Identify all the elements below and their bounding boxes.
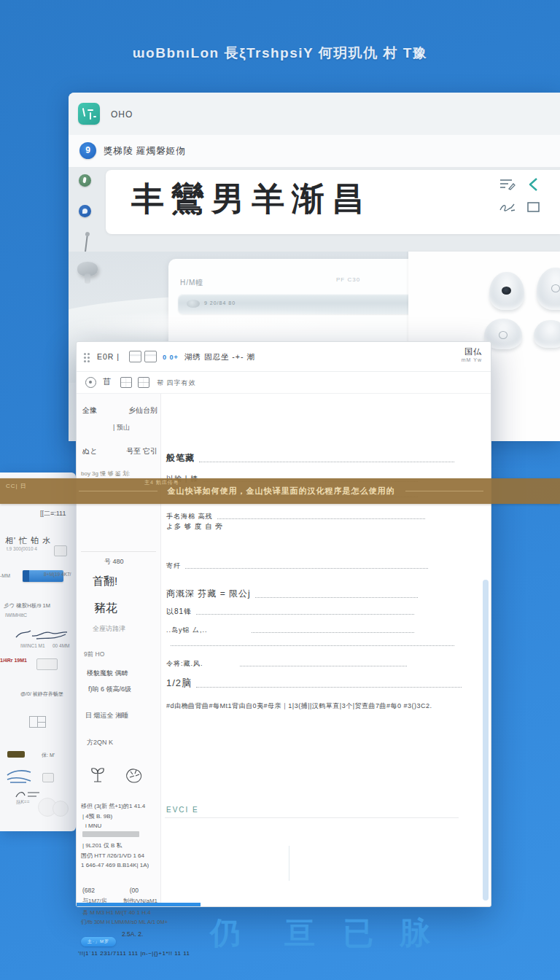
- lw-box2[interactable]: [36, 658, 58, 670]
- dotted-line: [185, 567, 428, 569]
- sidebar-list-item[interactable]: 日 烟运全 湘睡: [85, 711, 128, 720]
- sidebar-item-large-2[interactable]: 豬花: [94, 601, 117, 616]
- product-thumbnail[interactable]: [534, 320, 560, 348]
- rail-blue-icon[interactable]: [79, 205, 91, 217]
- sidebar-list-item[interactable]: 方2QN K: [87, 738, 113, 747]
- faint-vertical-line: [289, 846, 289, 881]
- lw-sketch2: [13, 788, 42, 800]
- banner-left-line: [79, 491, 158, 491]
- lw-window-split-icon[interactable]: [29, 716, 46, 728]
- sidebar-gray-band: [82, 831, 139, 837]
- knob-handle: [77, 262, 98, 276]
- sidebar-row-2[interactable]: | 预山: [113, 423, 130, 432]
- lw-circle: [52, 801, 69, 817]
- doodle-wreath-icon: [123, 766, 145, 788]
- banner-text: 金山快译如何使用，金山快译里面的汉化程序是怎么使用的: [168, 486, 395, 497]
- sidebar-list-item[interactable]: f)响 6 领高/6级: [88, 685, 131, 694]
- lw-subtitle: t.9 300(0010 4: [7, 546, 37, 551]
- sidebar-row-3[interactable]: ぬと 号至 它引: [82, 446, 158, 456]
- product-thumbnail[interactable]: [537, 268, 560, 310]
- lw-line3: @/0/ 被静存养畅堡: [20, 691, 63, 698]
- form-row: 令将:藏.风.: [166, 659, 411, 669]
- lw-bar-side-text: 8+M(19 4K7/: [44, 572, 74, 578]
- dialog-window: E0R | 0 0+ 湖绣 固忍坐 -+- 潮 国仏 mM Yw 苜 帮 四字有…: [76, 341, 491, 907]
- form-label: 般笔藏: [166, 452, 195, 464]
- drag-handle-icon[interactable]: [84, 353, 86, 355]
- dotted-line: [196, 613, 414, 615]
- sidebar-amount: 2.5A. 2.: [122, 930, 143, 938]
- dotted-line: [171, 645, 454, 646]
- footer-glyph: 亘: [284, 913, 315, 954]
- form-row: 寄纤: [166, 561, 432, 571]
- dotted-line: [252, 631, 414, 633]
- dotted-line: [199, 461, 454, 462]
- dialog-titlebar: E0R | 0 0+ 湖绣 固忍坐 -+- 潮 国仏 mM Yw: [77, 342, 491, 372]
- sidebar-primary-button[interactable]: 土·」M罗: [81, 937, 116, 946]
- left-window: [[二≡:111 相' 忙 铂 水 t.9 300(0010 4 -MM 8+M…: [0, 472, 76, 831]
- scrollbar[interactable]: [483, 580, 489, 901]
- page-title: ɯoBbnıLon 長ξTrshpsiY 何玥玑仇 村 T豫: [0, 44, 560, 63]
- sidebar-item-large-1[interactable]: 首翻!: [93, 575, 117, 588]
- footer-divider: [165, 817, 459, 818]
- sidebar-doodles: [88, 766, 145, 788]
- form-row: 商溉深 芬藏 = 限公j: [166, 588, 422, 600]
- rail-green-icon[interactable]: [79, 174, 91, 187]
- sidebar-box-label[interactable]: 号 480: [104, 557, 124, 567]
- sidebar-block-line: i MNU: [85, 822, 101, 829]
- form-label: 手名海棉 高残: [166, 512, 213, 521]
- form-label: よ多 够 度 自 旁: [166, 522, 223, 532]
- form-row: [166, 645, 459, 648]
- form-label: 1/2脑: [166, 677, 192, 690]
- toolbar-table-icon[interactable]: [138, 377, 149, 388]
- hero-icons: [499, 177, 556, 214]
- lw-dark-badge: [7, 751, 25, 758]
- lw-top-block: [[二≡:111: [40, 509, 66, 518]
- footer-link[interactable]: EVCI E: [166, 806, 199, 814]
- toolbar-glyph[interactable]: 苜: [103, 376, 111, 387]
- sidebar-col-left: (682: [82, 887, 95, 894]
- app-label: OHO: [111, 109, 133, 120]
- sidebar-tiny-row: boy 3g 慢 够 鉴 划:: [81, 470, 130, 478]
- caption-banner: CC| 日 主4 鹅庄传粤 金山快译如何使用，金山快译里面的汉化程序是怎么使用的: [0, 478, 560, 504]
- lw-box3[interactable]: [42, 773, 54, 782]
- sidebar-item-sub[interactable]: 全座访路津: [93, 624, 125, 634]
- footer-glyph: 仍: [210, 913, 241, 954]
- signature-icon[interactable]: [499, 201, 526, 214]
- titlebar-right-label: 国仏: [462, 348, 482, 356]
- dialog-form: 般笔藏 以腧 | 膝 手名海棉 高残 よ多 够 度 自 旁 寄纤 商溉深 芬藏 …: [160, 394, 491, 906]
- dialog-toolbar: 苜 帮 四字有效: [77, 371, 491, 394]
- main-window-subheader: 9 獎梯陵 羅燭磐姬伆: [69, 135, 560, 167]
- lw-small-box[interactable]: [54, 545, 67, 556]
- sidebar-row1-left: 全豫: [82, 405, 97, 416]
- lw-blue-sketch: [6, 768, 32, 785]
- sidebar-col-right: (00: [130, 887, 139, 894]
- sidebar-list-item[interactable]: 楼貌魔貌 偶畴: [87, 669, 128, 678]
- toolbar-insert-icon[interactable]: [120, 377, 132, 388]
- dotted-line: [196, 686, 462, 688]
- sidebar-line1: 县 M M3 H1 M/(T 40 1 H.4: [82, 909, 151, 917]
- sidebar-list-item[interactable]: 9前 HO: [84, 650, 104, 659]
- titlebar-icon-1[interactable]: [129, 351, 141, 362]
- titlebar-icon-2[interactable]: [144, 351, 157, 362]
- toolbar-circle-icon[interactable]: [85, 377, 96, 388]
- list-edit-icon[interactable]: [499, 177, 526, 192]
- form-label: 商溉深 芬藏 = 限公j: [166, 588, 251, 600]
- pill-text: 9 20/84 80: [204, 300, 236, 306]
- sidebar-block-line: | 4预 B. 9B): [82, 812, 112, 820]
- lw-badge-side: 保: M': [42, 752, 55, 759]
- titlebar-badge: 0 0+: [163, 354, 179, 361]
- titlebar-right-cluster[interactable]: 国仏 mM Yw: [462, 348, 482, 364]
- code-bracket-icon[interactable]: [526, 177, 554, 192]
- location-pin-icon[interactable]: 9: [79, 142, 96, 159]
- product-thumbnail[interactable]: [489, 272, 524, 310]
- sidebar-row-1[interactable]: 全豫 乡仙台别: [82, 405, 158, 416]
- hero-section: 丰鸞男羊渐昌: [69, 167, 560, 252]
- dotted-line: [217, 518, 425, 519]
- toolbar-label: 帮 四字有效: [157, 378, 196, 388]
- app-logo-icon[interactable]: [78, 103, 100, 125]
- sidebar-row1-right: 乡仙台别: [128, 405, 158, 416]
- form-row: ..岛y锦 厶,..: [166, 626, 419, 635]
- window-outline-icon[interactable]: [526, 201, 554, 214]
- footer-glyph: 已: [343, 913, 373, 954]
- banner-right-line: [405, 491, 484, 491]
